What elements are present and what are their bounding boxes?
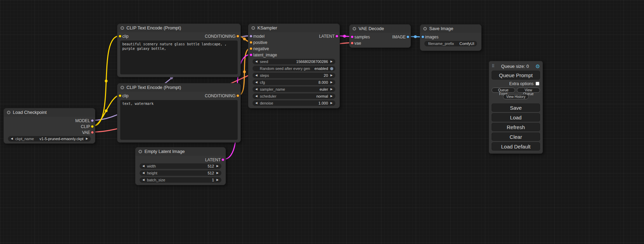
arrow-left-icon[interactable]: ◀ — [255, 80, 258, 85]
prompt-textarea[interactable]: beautiful scenery nature glass bottle la… — [120, 40, 238, 74]
input-port-latent-image[interactable] — [249, 53, 253, 56]
node-load-checkpoint[interactable]: Load Checkpoint MODEL CLIP VAE ◀ ckpt_na… — [3, 108, 95, 144]
arrow-right-icon[interactable]: ▶ — [330, 80, 333, 85]
output-port-image[interactable] — [406, 35, 409, 38]
node-clip-text-encode-negative[interactable]: CLIP Text Encode (Prompt) clip CONDITION… — [117, 83, 241, 143]
input-label-clip: clip — [122, 93, 129, 98]
input-port-vae[interactable] — [351, 42, 354, 45]
node-vae-decode[interactable]: VAE Decode samples IMAGE vae — [349, 24, 411, 48]
extra-options-label: Extra options — [509, 81, 533, 86]
settings-gear-icon[interactable]: ⚙ — [536, 64, 540, 69]
collapse-dot-icon[interactable] — [139, 150, 142, 153]
node-empty-latent-image[interactable]: Empty Latent Image LATENT ◀ width 512 ▶ … — [135, 147, 226, 185]
arrow-right-icon[interactable]: ▶ — [330, 100, 333, 106]
widget-width[interactable]: ◀ width 512 ▶ — [140, 163, 221, 169]
view-history-button[interactable]: View History — [503, 94, 528, 99]
arrow-right-icon[interactable]: ▶ — [330, 93, 333, 99]
arrow-left-icon[interactable]: ◀ — [255, 100, 258, 106]
arrow-right-icon[interactable]: ▶ — [330, 73, 333, 78]
arrow-right-icon[interactable]: ▶ — [330, 87, 333, 92]
output-port-vae[interactable] — [91, 131, 94, 134]
view-queue-button[interactable]: View Queue — [517, 88, 540, 93]
arrow-left-icon[interactable]: ◀ — [10, 136, 14, 142]
widget-value: ComfyUI — [459, 42, 474, 46]
input-label-model: model — [253, 34, 265, 39]
arrow-right-icon[interactable]: ▶ — [85, 136, 89, 142]
graph-canvas[interactable]: Load Checkpoint MODEL CLIP VAE ◀ ckpt_na… — [0, 0, 644, 244]
node-title-text: CLIP Text Encode (Prompt) — [126, 25, 181, 30]
widget-label: cfg — [260, 80, 265, 84]
widget-scheduler[interactable]: ◀ scheduler normal ▶ — [253, 93, 335, 99]
node-title-bar[interactable]: KSampler — [248, 24, 339, 32]
widget-sampler-name[interactable]: ◀ sampler_name euler ▶ — [253, 87, 335, 92]
collapse-dot-icon[interactable] — [252, 26, 255, 30]
collapse-dot-icon[interactable] — [121, 86, 124, 89]
widget-ckpt-name[interactable]: ◀ ckpt_name v1-5-pruned-emaonly.ckpt ▶ — [8, 136, 91, 142]
arrow-left-icon[interactable]: ◀ — [142, 163, 145, 169]
collapse-dot-icon[interactable] — [121, 26, 124, 30]
input-port-positive[interactable] — [249, 41, 253, 44]
toggle-indicator-icon[interactable] — [330, 67, 333, 70]
input-port-samples[interactable] — [351, 35, 354, 38]
load-button[interactable]: Load — [492, 113, 540, 121]
collapse-dot-icon[interactable] — [7, 111, 10, 114]
output-port-conditioning[interactable] — [236, 94, 239, 97]
output-label-conditioning: CONDITIONING — [205, 93, 236, 98]
arrow-left-icon[interactable]: ◀ — [255, 87, 258, 92]
input-port-clip[interactable] — [118, 35, 122, 38]
arrow-left-icon[interactable]: ◀ — [142, 170, 145, 176]
widget-steps[interactable]: ◀ steps 20 ▶ — [253, 73, 335, 78]
node-title-bar[interactable]: CLIP Text Encode (Prompt) — [117, 83, 240, 92]
output-port-latent[interactable] — [335, 35, 338, 38]
widget-height[interactable]: ◀ height 512 ▶ — [140, 170, 221, 176]
arrow-left-icon[interactable]: ◀ — [255, 59, 258, 64]
widget-value: v1-5-pruned-emaonly.ckpt — [39, 137, 83, 141]
input-port-clip[interactable] — [118, 94, 122, 97]
widget-denoise[interactable]: ◀ denoise 1.000 ▶ — [253, 100, 335, 106]
collapse-dot-icon[interactable] — [353, 27, 356, 30]
widget-label: scheduler — [260, 94, 276, 98]
arrow-left-icon[interactable]: ◀ — [142, 177, 145, 183]
widget-label: steps — [260, 73, 269, 78]
collapse-dot-icon[interactable] — [423, 27, 427, 30]
node-title-text: VAE Decode — [359, 26, 384, 31]
extra-options-checkbox[interactable] — [536, 82, 539, 85]
arrow-left-icon[interactable]: ◀ — [255, 93, 258, 99]
clear-button[interactable]: Clear — [492, 133, 540, 141]
node-title-bar[interactable]: Load Checkpoint — [4, 108, 95, 117]
output-port-conditioning[interactable] — [236, 35, 239, 38]
input-label-latent-image: latent_image — [253, 53, 277, 57]
arrow-right-icon[interactable]: ▶ — [216, 163, 219, 169]
output-port-clip[interactable] — [91, 125, 94, 128]
node-title-bar[interactable]: Save Image — [420, 25, 481, 33]
arrow-right-icon[interactable]: ▶ — [216, 170, 219, 176]
output-port-model[interactable] — [91, 119, 94, 122]
widget-seed[interactable]: ◀ seed 156680208700286 ▶ — [253, 59, 335, 64]
widget-batch-size[interactable]: ◀ batch_size 1 ▶ — [140, 177, 221, 183]
node-save-image[interactable]: Save Image images filename_prefix ComfyU… — [420, 24, 482, 51]
input-port-negative[interactable] — [249, 47, 253, 50]
arrow-right-icon[interactable]: ▶ — [216, 177, 219, 183]
refresh-button[interactable]: Refresh — [492, 123, 540, 131]
node-title-bar[interactable]: VAE Decode — [350, 25, 411, 33]
widget-cfg[interactable]: ◀ cfg 8.000 ▶ — [253, 80, 335, 85]
queue-prompt-button[interactable]: Queue Prompt — [492, 71, 540, 80]
input-port-images[interactable] — [421, 35, 424, 38]
prompt-textarea[interactable]: text, watermark — [120, 100, 238, 140]
arrow-left-icon[interactable]: ◀ — [255, 73, 258, 78]
widget-value: 8.000 — [318, 80, 328, 84]
widget-random-seed-toggle[interactable]: Random seed after every gen enabled — [253, 66, 335, 71]
widget-label: denoise — [260, 101, 273, 105]
drag-handle-icon[interactable]: ⠿ — [492, 64, 495, 69]
save-button[interactable]: Save — [492, 103, 540, 112]
queue-front-button[interactable]: Queue Front — [492, 88, 515, 93]
widget-filename-prefix[interactable]: filename_prefix ComfyUI — [424, 41, 477, 46]
input-port-model[interactable] — [249, 35, 253, 38]
output-port-latent[interactable] — [221, 158, 224, 161]
node-title-bar[interactable]: Empty Latent Image — [135, 147, 226, 156]
node-clip-text-encode-positive[interactable]: CLIP Text Encode (Prompt) clip CONDITION… — [117, 24, 241, 77]
node-ksampler[interactable]: KSampler model LATENT positive negative … — [248, 24, 340, 108]
node-title-bar[interactable]: CLIP Text Encode (Prompt) — [117, 24, 240, 32]
load-default-button[interactable]: Load Default — [492, 142, 540, 151]
arrow-right-icon[interactable]: ▶ — [330, 59, 333, 64]
